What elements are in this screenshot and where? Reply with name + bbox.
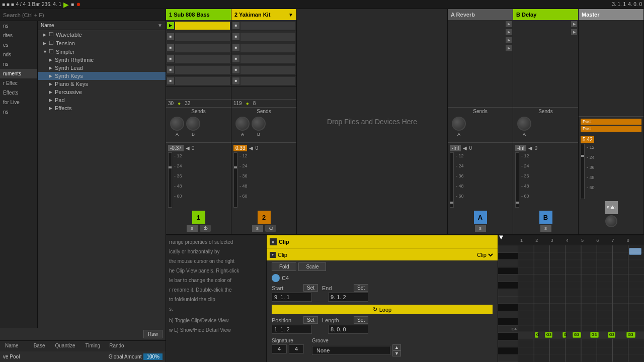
send-b-knob[interactable] bbox=[186, 117, 200, 131]
clip-block[interactable] bbox=[240, 77, 295, 85]
clip-block[interactable] bbox=[240, 55, 295, 63]
return-a-header[interactable]: A Reverb bbox=[448, 9, 513, 20]
send2-a-knob[interactable] bbox=[235, 117, 250, 131]
cat-effects[interactable]: Effects bbox=[0, 88, 37, 98]
tree-item-synth-lead[interactable]: ▶ Synth Lead bbox=[38, 64, 166, 72]
note-g3-1[interactable]: G3 bbox=[545, 332, 552, 338]
clip-block[interactable] bbox=[240, 66, 295, 74]
clip-slot-2-4[interactable]: ■ bbox=[231, 53, 296, 64]
clip-slot-2-6[interactable]: ■ bbox=[231, 75, 296, 86]
clip-slot-1-6[interactable]: ■ bbox=[166, 75, 231, 86]
scale-button[interactable]: Scale bbox=[298, 262, 326, 271]
master-pan-knob[interactable] bbox=[605, 215, 617, 227]
clip-block[interactable] bbox=[175, 55, 230, 63]
clip-play-button[interactable]: ■ bbox=[232, 33, 239, 40]
clip-block[interactable] bbox=[175, 66, 230, 74]
return-b-mute[interactable]: S bbox=[540, 225, 551, 232]
search-bar[interactable] bbox=[0, 9, 166, 21]
note-g3-4[interactable]: G3 bbox=[608, 332, 615, 338]
clip-slot-1-5[interactable]: ■ bbox=[166, 64, 231, 75]
clip-block[interactable] bbox=[240, 22, 295, 30]
note-g3-5[interactable]: G3 bbox=[626, 332, 635, 338]
length-set-button[interactable]: Set bbox=[354, 316, 368, 324]
clip-block[interactable] bbox=[175, 77, 230, 85]
cat-ns[interactable]: ns bbox=[0, 21, 37, 31]
clip-play-button[interactable]: ■ bbox=[167, 66, 174, 73]
raw-button[interactable]: Raw bbox=[143, 330, 163, 338]
tree-item-simpler[interactable]: ▼ ☐ Simpler bbox=[38, 47, 166, 56]
groove-up-arrow[interactable]: ▲ bbox=[392, 344, 401, 350]
clip-slot-1-2[interactable]: ■ bbox=[166, 31, 231, 42]
sig-num-input[interactable] bbox=[272, 344, 287, 353]
clip-slot-2-5[interactable]: ■ bbox=[231, 64, 296, 75]
channel-2-power[interactable]: ⏻ bbox=[265, 225, 276, 232]
cat-r-effect[interactable]: r Effec bbox=[0, 78, 37, 88]
channel-1-power[interactable]: ⏻ bbox=[200, 225, 211, 232]
master-solo[interactable]: Solo bbox=[605, 201, 618, 214]
end-set-button[interactable]: Set bbox=[354, 284, 368, 292]
return-a-arrow-4[interactable]: ▶ bbox=[506, 45, 512, 51]
clip-play-button[interactable]: ■ bbox=[167, 55, 174, 62]
end-value-input[interactable] bbox=[328, 293, 368, 302]
clip-play-button[interactable]: ■ bbox=[167, 33, 174, 40]
return-a-num[interactable]: A bbox=[474, 211, 487, 224]
cat-for-live[interactable]: for Live bbox=[0, 98, 37, 107]
clip-block[interactable] bbox=[175, 22, 230, 30]
channel-1-num[interactable]: 1 bbox=[192, 211, 205, 224]
clip-slot-1-1[interactable]: ▶ bbox=[166, 20, 231, 31]
send2-b-knob[interactable] bbox=[252, 117, 266, 131]
loop-button[interactable]: ↻ Loop bbox=[272, 305, 493, 314]
note-g3-2[interactable]: G3 bbox=[573, 332, 582, 338]
ra-fader-track[interactable] bbox=[450, 152, 454, 208]
note-g-2[interactable]: G bbox=[562, 332, 567, 338]
cat-es[interactable]: es bbox=[0, 40, 37, 50]
channel-1-mute[interactable]: S bbox=[187, 225, 198, 232]
clip-block[interactable] bbox=[240, 44, 295, 52]
return-b-num[interactable]: B bbox=[539, 211, 552, 224]
channel-2-header[interactable]: 2 Yakiman Kit ▼ bbox=[231, 9, 296, 20]
clip-title-row[interactable]: ▼ Clip Clip bbox=[267, 248, 498, 260]
clip-play-button[interactable]: ■ bbox=[232, 77, 239, 84]
cat-instruments[interactable]: ruments bbox=[0, 69, 37, 78]
clip-block[interactable] bbox=[240, 33, 295, 41]
tree-item-effects[interactable]: ▶ Effects bbox=[38, 104, 166, 112]
note-g-1[interactable]: G bbox=[535, 332, 539, 338]
tree-item-synth-rhythmic[interactable]: ▶ Synth Rhythmic bbox=[38, 56, 166, 64]
tree-item-tension[interactable]: ▶ ☐ Tension bbox=[38, 39, 166, 47]
return-a-mute[interactable]: S bbox=[475, 225, 486, 232]
rb-arrow-1[interactable]: ▶ bbox=[571, 21, 577, 27]
channel-2-arrow[interactable]: ▼ bbox=[288, 12, 293, 18]
return-a-arrow-3[interactable]: ▶ bbox=[506, 37, 512, 43]
cat-nds[interactable]: nds bbox=[0, 50, 37, 59]
clip-play-button[interactable]: ■ bbox=[232, 55, 239, 62]
cat-ns3[interactable]: ns bbox=[0, 107, 37, 117]
fader-track-2[interactable] bbox=[233, 152, 237, 208]
clip-block[interactable] bbox=[175, 33, 230, 41]
tree-item-piano-keys[interactable]: ▶ Piano & Keys bbox=[38, 80, 166, 88]
length-value-input[interactable] bbox=[328, 325, 368, 334]
clip-header[interactable]: ■ Clip bbox=[267, 235, 498, 248]
send-rb-a-knob[interactable] bbox=[517, 117, 531, 131]
cat-ns2[interactable]: ns bbox=[0, 59, 37, 69]
tree-item-wavetable[interactable]: ▶ ☐ Wavetable bbox=[38, 30, 166, 39]
clip-play-button[interactable]: ■ bbox=[167, 77, 174, 84]
clip-slot-2-1[interactable]: ■ bbox=[231, 20, 296, 31]
rb-arrow-2[interactable]: ▶ bbox=[571, 29, 577, 35]
channel-1-header[interactable]: 1 Sub 808 Bass bbox=[166, 9, 231, 20]
groove-val-input[interactable] bbox=[312, 346, 390, 355]
record-icon[interactable]: ⏺ bbox=[76, 2, 81, 7]
channel-2-mute[interactable]: S bbox=[252, 225, 263, 232]
sig-den-input[interactable] bbox=[289, 344, 304, 353]
clip-play-button[interactable]: ▶ bbox=[167, 22, 174, 29]
clip-select[interactable]: Clip bbox=[475, 251, 495, 258]
send-a-knob[interactable] bbox=[170, 117, 184, 131]
search-input[interactable] bbox=[3, 12, 163, 18]
ne-grid[interactable]: G G3 G G3 G3 G3 G3 bbox=[518, 245, 644, 362]
clip-play-button[interactable]: ■ bbox=[232, 44, 239, 51]
return-a-arrow-1[interactable]: ▶ bbox=[506, 21, 512, 27]
channel-2-num[interactable]: 2 bbox=[258, 211, 271, 224]
tree-sort-arrow[interactable]: ▼ bbox=[157, 23, 163, 28]
play-icon[interactable]: ▶ bbox=[63, 1, 69, 9]
clip-slot-2-3[interactable]: ■ bbox=[231, 42, 296, 53]
clip-block[interactable] bbox=[175, 44, 230, 52]
